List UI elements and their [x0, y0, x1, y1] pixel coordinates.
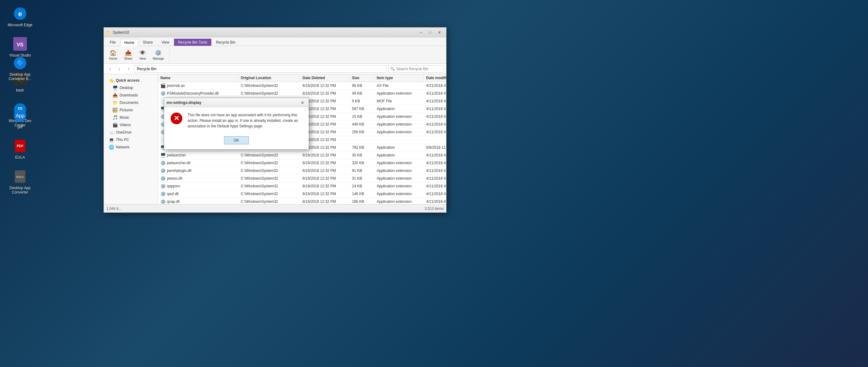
table-row[interactable]: 🎬 psisrndr.ax C:\Windows\System32 8/16/2…	[158, 82, 446, 90]
ribbon: File Home Share View Recycle Bin Tools R…	[104, 37, 446, 64]
tab-share[interactable]: Share	[139, 39, 157, 46]
svg-text:✕: ✕	[174, 114, 179, 122]
sidebar-item-this-pc[interactable]: 💻 This PC	[104, 136, 158, 144]
cell-size: 5 KB	[349, 97, 374, 105]
table-row[interactable]: 🖥️ pwlauncher C:\Windows\System32 8/16/2…	[158, 152, 446, 159]
breadcrumb: Recycle Bin	[137, 67, 156, 71]
dialog-message: This file does not have an app associate…	[188, 112, 303, 129]
cell-size: 782 KB	[349, 144, 374, 151]
downloads-icon: 📥	[113, 93, 118, 98]
col-item-type[interactable]: Item type	[374, 74, 424, 82]
ribbon-share-label: Share	[124, 57, 132, 60]
sidebar-item-pictures[interactable]: 🖼️ Pictures	[104, 106, 158, 114]
col-original-location[interactable]: Original Location	[238, 74, 300, 82]
ribbon-view-btn[interactable]: 👁️ View	[136, 48, 149, 62]
ribbon-share-btn[interactable]: 📤 Share	[121, 48, 135, 62]
cell-size: 15 KB	[349, 113, 374, 120]
search-input[interactable]	[396, 67, 442, 71]
up-button[interactable]: ↑	[125, 65, 132, 73]
cell-type: Application extension	[374, 113, 424, 120]
cell-name: 🖥️ pwlauncher	[158, 152, 238, 159]
file-name: pwlauncher	[167, 153, 186, 157]
ribbon-tabs: File Home Share View Recycle Bin Tools R…	[104, 37, 446, 46]
dac-b-icon: 🔷	[13, 56, 28, 70]
back-button[interactable]: ‹	[106, 65, 114, 73]
onedrive-icon: ☁️	[109, 130, 114, 135]
table-row[interactable]: ⚙️ pwrshplugin.dll C:\Windows\System32 8…	[158, 167, 446, 175]
table-row[interactable]: ⚙️ qappsrv C:\Windows\System32 8/16/2018…	[158, 182, 446, 190]
cell-name: ⚙️ qcap.dll	[158, 198, 238, 204]
cell-type: Application extension	[374, 190, 424, 197]
forward-button[interactable]: ›	[116, 65, 123, 73]
cell-size: 146 KB	[349, 190, 374, 197]
table-row[interactable]: ⚙️ pwlauncher.dll C:\Windows\System32 8/…	[158, 159, 446, 167]
tab-recycle-bin-tools[interactable]: Recycle Bin Tools	[174, 39, 211, 46]
file-name: psisrndr.ax	[167, 84, 185, 88]
ribbon-manage-btn[interactable]: ⚙️ Manage	[150, 48, 166, 62]
cell-type: Application extension	[374, 121, 424, 128]
col-size[interactable]: Size	[349, 74, 374, 82]
desktop-icon-microsoft-edge[interactable]: e Microsoft Edge	[6, 6, 34, 27]
folder-icon: 📁	[106, 30, 111, 35]
address-path[interactable]: Recycle Bin	[134, 65, 386, 73]
tab-recycle-bin[interactable]: Recycle Bin	[212, 39, 240, 46]
desktop-icon-eula[interactable]: EULA Desktop App Converter	[6, 169, 34, 195]
file-type-icon: 🖥️	[160, 153, 166, 158]
sidebar-item-videos[interactable]: 🎬 Videos	[104, 121, 158, 129]
cell-date-modified: 4/11/2018 4:34 PM	[424, 128, 446, 136]
svg-text:EULA: EULA	[17, 175, 24, 178]
share-icon: 📤	[125, 50, 132, 56]
cell-size: 24 KB	[349, 182, 374, 190]
cell-name: ⚙️ qasf.dll	[158, 190, 238, 197]
desktop-icon-pdf[interactable]: PDF EULA	[6, 139, 34, 159]
eula-icon: EULA	[13, 169, 28, 184]
dac-icon: App	[13, 108, 28, 123]
cell-date-deleted: 8/16/2018 12:32 PM	[300, 167, 349, 174]
col-date-modified[interactable]: Date modified	[424, 74, 446, 82]
cell-name: ⚙️ qappsrv	[158, 182, 238, 190]
videos-icon: 🎬	[113, 122, 118, 127]
col-name[interactable]: Name	[158, 74, 238, 82]
sidebar-item-desktop[interactable]: 🖥️ Desktop	[104, 84, 158, 92]
dialog-close-button[interactable]: ✕	[299, 99, 306, 106]
sidebar-item-music[interactable]: 🎵 Music	[104, 114, 158, 121]
svg-text:🔷: 🔷	[17, 59, 24, 66]
tab-view[interactable]: View	[157, 39, 173, 46]
table-row[interactable]: ⚙️ pwsso.dll C:\Windows\System32 8/16/20…	[158, 175, 446, 182]
desktop-icon-dac-b[interactable]: 🔷 Desktop App Converter B...	[6, 56, 34, 81]
maximize-button[interactable]: □	[426, 29, 434, 36]
col-date-deleted[interactable]: Date Deleted	[300, 74, 349, 82]
sidebar-item-documents[interactable]: 📁 Documents	[104, 99, 158, 106]
sidebar-item-downloads[interactable]: 📥 Downloads	[104, 92, 158, 99]
cell-location: C:\Windows\System32	[238, 167, 300, 174]
minimize-button[interactable]: ─	[416, 29, 425, 36]
cell-type: Application	[374, 144, 424, 151]
address-bar: ‹ › ↑ Recycle Bin 🔍	[104, 64, 446, 74]
sidebar-item-quick-access[interactable]: ⭐ Quick access	[104, 77, 158, 84]
sidebar-item-onedrive[interactable]: ☁️ OneDrive	[104, 129, 158, 136]
table-row[interactable]: ⚙️ qasf.dll C:\Windows\System32 8/16/201…	[158, 190, 446, 198]
status-items: 3,513 items	[425, 207, 444, 211]
table-row[interactable]: ⚙️ PSModuleDiscoveryProvider.dll C:\Wind…	[158, 90, 446, 97]
sidebar-music-label: Music	[120, 115, 129, 120]
tab-file[interactable]: File	[106, 39, 120, 46]
sidebar-videos-label: Videos	[120, 123, 131, 127]
tab-home[interactable]: Home	[120, 39, 138, 46]
cell-date-deleted: 8/16/2018 12:32 PM	[300, 159, 349, 166]
cell-size: 186 KB	[349, 198, 374, 204]
file-type-icon: ⚙️	[160, 199, 166, 204]
dialog-ok-button[interactable]: OK	[224, 136, 249, 144]
search-box[interactable]: 🔍	[388, 65, 444, 73]
cell-date-modified: 4/11/2018 4:35 PM	[424, 167, 446, 174]
ribbon-home-btn[interactable]: 🏠 Home	[106, 48, 120, 62]
status-count: 1,044 it...	[106, 207, 121, 211]
file-name: pwsso.dll	[167, 176, 182, 181]
sidebar-item-network[interactable]: 🌐 Network	[104, 144, 158, 151]
desktop-icon-dac[interactable]: App pdf	[6, 108, 34, 129]
sidebar-downloads-label: Downloads	[120, 93, 138, 97]
close-button[interactable]: ✕	[435, 29, 444, 36]
microsoft-edge-icon: e	[13, 6, 28, 21]
cell-date-modified: 4/11/2018 4:34 PM	[424, 97, 446, 105]
sidebar-network-label: Network	[116, 145, 129, 149]
table-row[interactable]: ⚙️ qcap.dll C:\Windows\System32 8/16/201…	[158, 198, 446, 204]
